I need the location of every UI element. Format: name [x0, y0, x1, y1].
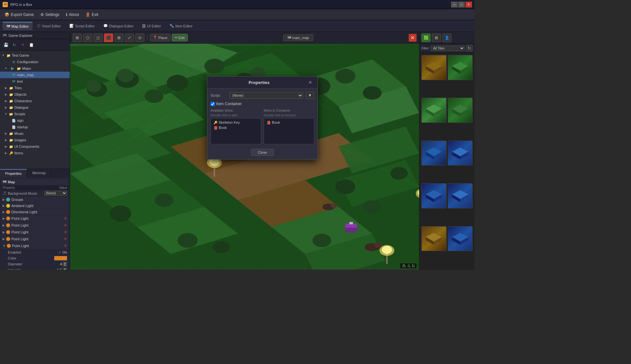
about-button[interactable]: ℹ About — [63, 11, 82, 18]
tree-item-sign[interactable]: 📄 sign — [0, 117, 70, 124]
tile-10[interactable] — [448, 226, 473, 251]
diameter-down[interactable]: ▼ — [63, 264, 67, 266]
tree-item-startup[interactable]: 📄 startup — [0, 124, 70, 130]
point-light-3-section[interactable]: ▶ Point Light ✕ — [1, 229, 68, 235]
sidebar-export-button[interactable]: 📋 — [27, 41, 35, 49]
images-toggle[interactable]: ▶ — [4, 138, 8, 142]
root-toggle[interactable]: ▼ — [1, 53, 5, 57]
characters-toggle[interactable]: ▶ — [4, 99, 8, 103]
intensity-up[interactable]: ▲ — [63, 268, 67, 270]
tree-item-test[interactable]: 🗺 test — [0, 78, 70, 85]
stop-button[interactable]: ⬛ — [104, 34, 113, 42]
tile-1[interactable] — [421, 55, 447, 80]
maps-toggle[interactable]: ▼ — [4, 66, 8, 70]
properties-tab[interactable]: Properties — [0, 169, 27, 177]
tile-9[interactable] — [421, 226, 447, 251]
script-select-button[interactable]: ▼ — [306, 92, 314, 99]
pl3-delete-button[interactable]: ✕ — [64, 230, 67, 234]
tab-item-editor[interactable]: 🔧 Item Editor — [166, 22, 197, 30]
intensity-spinner[interactable]: ▲ ▼ — [63, 268, 67, 270]
close-button[interactable]: ✕ — [465, 2, 472, 7]
script-select[interactable]: (None) — [229, 92, 303, 99]
minimap-tab[interactable]: Minimap — [27, 169, 51, 177]
export-game-button[interactable]: 📦 Export Game — [1, 11, 37, 18]
tile-8[interactable] — [448, 183, 473, 208]
tile-5[interactable] — [421, 141, 447, 166]
tile-4[interactable] — [448, 98, 473, 123]
groups-section[interactable]: ▶ Groups — [1, 197, 68, 203]
color-swatch[interactable] — [54, 256, 67, 260]
tiles-toggle[interactable]: ▶ — [4, 86, 8, 90]
objects-toggle[interactable]: ▶ — [4, 92, 8, 96]
tree-item-scripts[interactable]: ▼ 📂 Scripts — [0, 111, 70, 117]
sidebar-refresh-button[interactable]: ↻ — [10, 41, 18, 49]
dialog-close-ok-button[interactable]: Close — [251, 149, 274, 156]
dialogue-toggle[interactable]: ▶ — [4, 105, 8, 109]
center-button[interactable]: ⊙ — [135, 34, 144, 42]
tile-6[interactable] — [448, 141, 473, 166]
tile-2[interactable] — [448, 55, 473, 80]
tile-7[interactable] — [421, 183, 447, 208]
ambient-light-section[interactable]: ▶ Ambient Light — [1, 203, 68, 209]
book-available-item[interactable]: 📕 Book — [212, 125, 259, 130]
right-tool-green[interactable]: 🟩 — [421, 34, 431, 42]
pl4-delete-button[interactable]: ✕ — [64, 237, 67, 241]
diameter-up[interactable]: ▲ — [63, 262, 67, 264]
settings-button[interactable]: ⚙ Settings — [37, 11, 63, 18]
point-light-1-section[interactable]: ▶ Point Light ✕ — [1, 215, 68, 222]
tab-voxel-editor[interactable]: ⬡ Voxel Editor — [33, 22, 65, 30]
item-container-checkbox[interactable] — [211, 102, 215, 106]
tile-3[interactable] — [421, 98, 447, 123]
tree-item-configuration[interactable]: ⚙ Configuration — [0, 59, 70, 65]
tree-item-objects[interactable]: ▶ 📁 Objects — [0, 91, 70, 98]
tree-item-images[interactable]: ▶ 📁 Images — [0, 137, 70, 143]
skeleton-key-item[interactable]: 🔑 Skeleton Key — [212, 120, 259, 125]
tree-item-ui-components[interactable]: ▶ 📁 UI Components — [0, 143, 70, 150]
grid-toggle-button[interactable]: ⊞ — [114, 34, 124, 42]
place-button[interactable]: 📍 Place — [150, 34, 170, 41]
pl2-delete-button[interactable]: ✕ — [64, 223, 67, 228]
ui-components-toggle[interactable]: ▶ — [4, 145, 8, 148]
tab-ui-editor[interactable]: 🖼 UI Editor — [138, 22, 165, 30]
filter-select[interactable]: All Tiles — [431, 46, 465, 51]
scripts-toggle[interactable]: ▼ — [4, 112, 8, 116]
tab-script-editor[interactable]: 📝 Script Editor — [66, 22, 99, 30]
tree-item-dialogue[interactable]: ▶ 📁 Dialogue — [0, 104, 70, 111]
close-map-button[interactable]: ✕ — [409, 34, 417, 42]
tab-dialogue-editor[interactable]: 💬 Dialogue Editor — [99, 22, 138, 30]
tree-item-tiles[interactable]: ▶ 📁 Tiles — [0, 85, 70, 91]
maximize-button[interactable]: □ — [458, 2, 465, 7]
tree-item-music[interactable]: ▶ 📁 Music — [0, 130, 70, 137]
point-light-4-section[interactable]: ▶ Point Light ✕ — [1, 236, 68, 242]
diameter-spinner[interactable]: ▲ ▼ — [63, 262, 67, 266]
dialog-close-button[interactable]: ✕ — [307, 79, 314, 86]
grid-view-button[interactable]: ⊞ — [73, 34, 82, 42]
pl1-delete-button[interactable]: ✕ — [64, 216, 67, 221]
tree-item-main-map[interactable]: 🗺 main_map — [0, 72, 70, 78]
minimize-button[interactable]: ─ — [451, 2, 458, 7]
edit-button[interactable]: ✏ Edit — [172, 34, 188, 41]
right-tool-person[interactable]: 👤 — [442, 34, 451, 42]
tab-map-editor[interactable]: 🗺 Map Editor — [3, 22, 33, 30]
tree-item-items[interactable]: ▶ 🔑 Items — [0, 150, 70, 156]
exit-button[interactable]: 🚪 Exit — [82, 11, 101, 18]
bg-music-select[interactable]: (None) — [44, 191, 67, 196]
right-tool-grid[interactable]: ⊞ — [432, 34, 441, 42]
music-toggle[interactable]: ▶ — [4, 132, 8, 135]
items-toggle[interactable]: ▶ — [4, 151, 8, 155]
point-light-5-section[interactable]: ▼ Point Light ✕ — [1, 243, 68, 249]
filter-refresh-button[interactable]: ↻ — [466, 45, 473, 51]
select-button[interactable]: ◻ — [94, 34, 103, 42]
sidebar-delete-button[interactable]: ✕ — [19, 41, 27, 49]
sidebar-save-button[interactable]: 💾 — [2, 41, 10, 49]
point-light-2-section[interactable]: ▶ Point Light ✕ — [1, 222, 68, 229]
tree-item-characters[interactable]: ▶ 📁 Characters — [0, 98, 70, 104]
book-container-item[interactable]: 📕 Book — [265, 120, 313, 125]
fullscreen-button[interactable]: ⤢ — [125, 34, 134, 42]
pl5-delete-button[interactable]: ✕ — [64, 244, 67, 248]
directional-light-section[interactable]: ▶ Directional Light — [1, 209, 68, 215]
perspective-button[interactable]: ⬡ — [83, 34, 92, 42]
map-canvas[interactable]: (5, -1, 1) Properties ✕ Script: (None) ▼ — [70, 44, 419, 270]
tree-item-maps[interactable]: ▼ ▶ 📂 Maps — [0, 65, 70, 72]
tree-root[interactable]: ▼ 📁 Test Game — [0, 52, 70, 59]
